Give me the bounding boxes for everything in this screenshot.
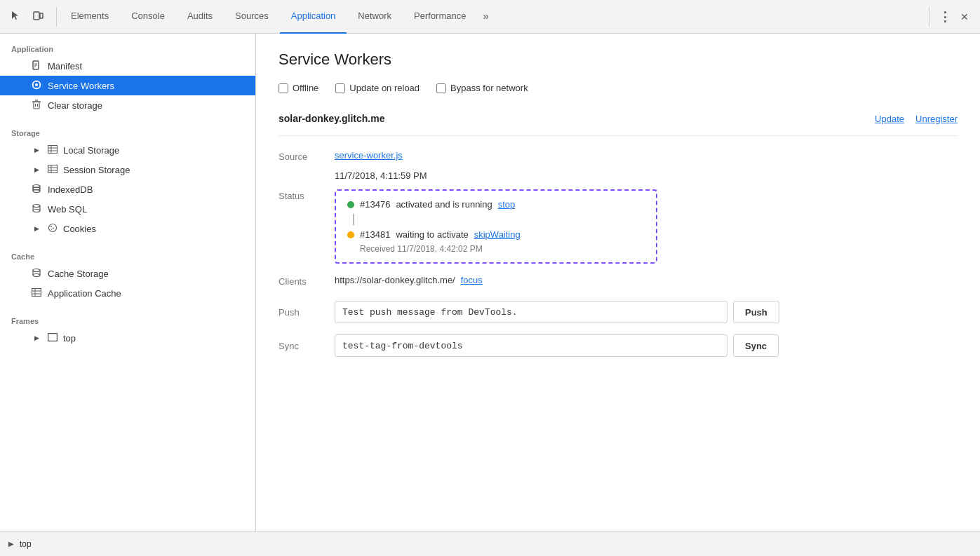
device-toggle-button[interactable] <box>28 7 48 27</box>
tab-network[interactable]: Network <box>347 0 403 34</box>
toolbar: Elements Console Audits Sources Applicat… <box>0 0 980 34</box>
bypass-for-network-checkbox[interactable] <box>436 83 446 93</box>
tab-elements[interactable]: Elements <box>60 0 120 34</box>
stop-button[interactable]: stop <box>498 199 516 210</box>
more-options-icon: ⋮ <box>939 9 951 25</box>
bottom-bar: ▶ top <box>0 531 980 556</box>
tab-more[interactable]: » <box>477 0 494 34</box>
status-waiting-id: #13481 <box>360 229 390 240</box>
received-label <box>278 170 335 172</box>
more-tabs-icon: » <box>483 10 488 22</box>
received-row: 11/7/2018, 4:11:59 PM <box>278 170 958 181</box>
svg-point-30 <box>33 204 40 207</box>
sync-input[interactable] <box>335 334 727 357</box>
push-button[interactable]: Push <box>733 301 779 323</box>
options-row: Offline Update on reload Bypass for netw… <box>278 83 958 93</box>
status-running-entry: #13476 activated and is running stop <box>347 199 645 210</box>
svg-point-37 <box>51 229 52 229</box>
svg-point-7 <box>35 83 38 86</box>
sidebar-item-application-cache[interactable]: Application Cache <box>0 283 255 303</box>
tab-performance[interactable]: Performance <box>403 0 477 34</box>
update-on-reload-checkbox[interactable] <box>335 83 345 93</box>
sidebar-item-clear-storage[interactable]: Clear storage <box>0 95 255 115</box>
offline-checkbox-label[interactable]: Offline <box>278 83 318 93</box>
status-running-dot <box>347 201 354 208</box>
domain-actions: Update Unregister <box>875 114 958 124</box>
frames-icon <box>48 333 58 344</box>
sidebar-item-service-workers[interactable]: Service Workers <box>0 76 255 95</box>
session-storage-expand-icon: ▶ <box>31 166 42 173</box>
sidebar-item-cookies[interactable]: ▶ Cookies <box>0 219 255 238</box>
sidebar-section-frames: Frames <box>0 311 255 328</box>
bottom-top-label: top <box>20 539 32 549</box>
sync-row: Sync Sync <box>278 334 958 357</box>
bottom-chevron-icon[interactable]: ▶ <box>8 540 14 548</box>
svg-point-38 <box>33 269 40 271</box>
sidebar-section-cache: Cache <box>0 247 255 264</box>
sidebar-item-session-storage[interactable]: ▶ Session Storage <box>0 160 255 179</box>
indexeddb-icon <box>31 184 42 196</box>
svg-point-36 <box>53 227 54 229</box>
sync-button[interactable]: Sync <box>733 334 779 357</box>
clients-url: https://solar-donkey.glitch.me/ <box>335 275 455 285</box>
page-title: Service Workers <box>278 50 958 69</box>
content-panel: Service Workers Offline Update on reload… <box>256 34 980 531</box>
frames-expand-icon: ▶ <box>31 334 42 341</box>
tab-audits[interactable]: Audits <box>176 0 224 34</box>
svg-rect-21 <box>48 165 58 172</box>
clients-value: https://solar-donkey.glitch.me/ focus <box>335 275 958 285</box>
session-storage-icon <box>48 165 58 175</box>
svg-rect-17 <box>48 145 58 153</box>
sidebar-item-web-sql[interactable]: Web SQL <box>0 199 255 219</box>
skip-waiting-button[interactable]: skipWaiting <box>474 229 521 240</box>
sidebar-item-frames-top[interactable]: ▶ top <box>0 328 255 348</box>
sidebar-item-cache-storage[interactable]: Cache Storage <box>0 264 255 283</box>
received-value: 11/7/2018, 4:11:59 PM <box>335 170 958 181</box>
clear-storage-icon <box>31 100 42 111</box>
svg-rect-0 <box>34 12 39 20</box>
clients-label: Clients <box>278 275 335 287</box>
svg-rect-42 <box>32 289 41 297</box>
close-devtools-button[interactable]: ✕ <box>955 7 974 27</box>
status-box: #13476 activated and is running stop #13… <box>335 189 657 264</box>
status-value: #13476 activated and is running stop #13… <box>335 189 958 264</box>
bypass-for-network-checkbox-label[interactable]: Bypass for network <box>436 83 528 93</box>
update-on-reload-checkbox-label[interactable]: Update on reload <box>335 83 419 93</box>
sidebar-item-indexeddb[interactable]: IndexedDB <box>0 179 255 199</box>
status-waiting-dot <box>347 231 354 238</box>
tab-console[interactable]: Console <box>120 0 176 34</box>
sidebar-item-manifest[interactable]: Manifest <box>0 56 255 76</box>
domain-row: solar-donkey.glitch.me Update Unregister <box>278 113 958 136</box>
local-storage-expand-icon: ▶ <box>31 147 42 154</box>
unregister-button[interactable]: Unregister <box>915 114 958 124</box>
svg-point-41 <box>33 273 40 276</box>
manifest-icon <box>31 60 42 72</box>
svg-rect-12 <box>34 102 39 109</box>
push-label: Push <box>278 307 335 318</box>
more-options-button[interactable]: ⋮ <box>935 7 955 27</box>
update-button[interactable]: Update <box>875 114 904 124</box>
source-label: Source <box>278 150 335 162</box>
sync-label: Sync <box>278 341 335 351</box>
tab-sources[interactable]: Sources <box>224 0 280 34</box>
focus-button[interactable]: focus <box>461 275 483 285</box>
offline-checkbox[interactable] <box>278 83 288 93</box>
cookies-expand-icon: ▶ <box>31 225 42 232</box>
main-layout: Application Manifest <box>0 34 980 531</box>
sidebar-item-local-storage[interactable]: ▶ Local Storage <box>0 140 255 160</box>
source-link[interactable]: service-worker.js <box>335 150 403 161</box>
push-input[interactable] <box>335 301 727 323</box>
sidebar: Application Manifest <box>0 34 256 531</box>
cursor-icon <box>10 10 21 24</box>
svg-rect-46 <box>48 333 58 341</box>
svg-point-35 <box>51 226 52 227</box>
svg-rect-1 <box>40 13 43 18</box>
svg-point-34 <box>49 224 57 231</box>
status-received-value: Received 11/7/2018, 4:42:02 PM <box>347 244 645 254</box>
web-sql-icon <box>31 203 42 215</box>
cursor-tool-button[interactable] <box>6 7 25 27</box>
status-running-text: activated and is running <box>396 199 492 210</box>
local-storage-icon <box>48 145 58 156</box>
service-workers-icon <box>31 80 42 92</box>
tab-application[interactable]: Application <box>280 0 347 34</box>
